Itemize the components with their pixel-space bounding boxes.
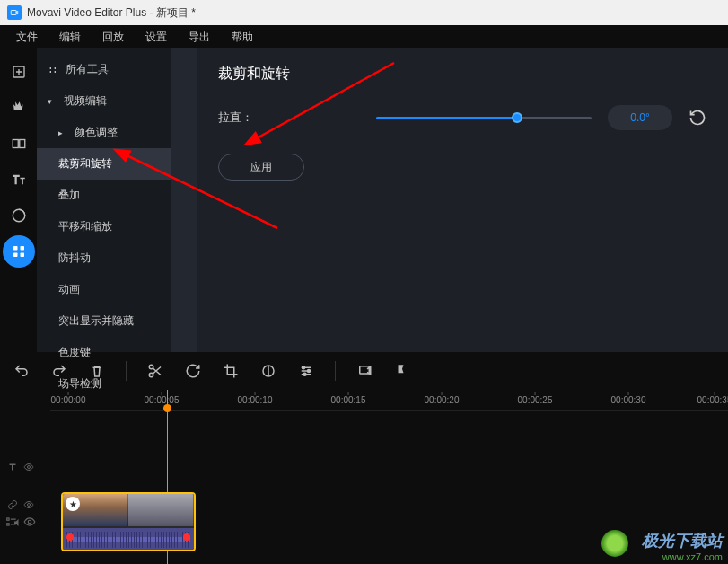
- timeline-view-controls: [5, 516, 36, 528]
- svg-point-12: [149, 373, 153, 377]
- sidebar-item-pan-zoom[interactable]: 平移和缩放: [37, 211, 171, 242]
- clip-properties-icon[interactable]: [297, 362, 315, 380]
- rail-transitions-icon[interactable]: [3, 128, 35, 160]
- menu-bar: 文件 编辑 回放 设置 导出 帮助: [0, 25, 728, 48]
- svg-rect-2: [13, 140, 18, 148]
- rail-more-tools-icon[interactable]: [3, 235, 35, 268]
- clip-thumbnails: [63, 494, 194, 526]
- svg-rect-0: [11, 11, 16, 15]
- menu-edit[interactable]: 编辑: [48, 26, 92, 48]
- text-track-icon: [7, 462, 18, 472]
- sidebar-label: 防抖动: [58, 251, 91, 266]
- sidebar-label: 突出显示并隐藏: [58, 313, 134, 329]
- svg-rect-20: [7, 518, 9, 520]
- rail-add-media-icon[interactable]: [3, 56, 35, 88]
- svg-rect-21: [7, 524, 9, 525]
- grid-icon: ∷: [48, 64, 58, 76]
- ruler-tick: 00:00:05: [145, 395, 180, 405]
- sidebar: ∷所有工具 ▾视频编辑 ▸颜色调整 裁剪和旋转 叠加 平移和缩放 防抖动 动画 …: [37, 48, 171, 352]
- clip-fade-in-handle[interactable]: [66, 533, 74, 541]
- svg-rect-5: [13, 246, 18, 251]
- timeline-ruler[interactable]: 00:00:00 00:00:05 00:00:10 00:00:15 00:0…: [50, 390, 728, 411]
- clip-fade-out-handle[interactable]: [183, 533, 190, 541]
- ruler-tick: 00:00:30: [611, 395, 646, 405]
- track-options-icon[interactable]: [5, 516, 18, 528]
- link-icon[interactable]: [7, 499, 18, 510]
- svg-point-22: [28, 520, 31, 524]
- main-area: ∷所有工具 ▾视频编辑 ▸颜色调整 裁剪和旋转 叠加 平移和缩放 防抖动 动画 …: [0, 48, 728, 352]
- timeline-left-gutter: [0, 390, 50, 564]
- svg-point-19: [28, 504, 31, 507]
- rail-filters-icon[interactable]: [3, 92, 35, 124]
- apply-button[interactable]: 应用: [218, 154, 304, 181]
- video-clip[interactable]: ★: [61, 492, 196, 551]
- sidebar-label: 颜色调整: [75, 125, 118, 140]
- menu-playback[interactable]: 回放: [92, 26, 135, 48]
- sidebar-label: 视频编辑: [64, 93, 107, 109]
- visibility-icon[interactable]: [23, 462, 34, 472]
- track-video-controls: [0, 496, 50, 514]
- menu-help[interactable]: 帮助: [221, 26, 264, 48]
- rail-titles-icon[interactable]: [3, 163, 35, 196]
- ruler-tick: 00:00:00: [51, 395, 86, 405]
- sidebar-label: 所有工具: [66, 62, 109, 77]
- svg-point-15: [308, 370, 311, 373]
- icon-rail: [0, 48, 37, 352]
- sidebar-item-crop-rotate[interactable]: 裁剪和旋转: [37, 148, 171, 180]
- angle-value-input[interactable]: 0.0°: [608, 105, 672, 130]
- sidebar-item-color-adjust[interactable]: ▸颜色调整: [37, 117, 171, 148]
- svg-rect-6: [20, 246, 24, 251]
- ruler-tick: 00:00:15: [331, 395, 366, 405]
- chevron-right-icon: ▸: [58, 128, 67, 137]
- redo-icon[interactable]: [50, 362, 68, 380]
- sidebar-item-video-editing[interactable]: ▾视频编辑: [37, 85, 171, 117]
- ruler-tick: 00:00:10: [238, 395, 273, 405]
- ruler-tick: 00:00:20: [425, 395, 460, 405]
- visibility-icon[interactable]: [23, 499, 34, 510]
- sidebar-label: 叠加: [58, 188, 80, 203]
- app-logo-icon: [7, 5, 22, 20]
- crop-icon[interactable]: [222, 362, 240, 380]
- track-text-controls: [0, 458, 50, 476]
- svg-rect-3: [19, 140, 24, 148]
- sidebar-item-highlight-conceal[interactable]: 突出显示并隐藏: [37, 305, 171, 337]
- visibility-icon[interactable]: [23, 516, 36, 528]
- delete-icon[interactable]: [88, 362, 106, 380]
- sidebar-item-animation[interactable]: 动画: [37, 274, 171, 305]
- straighten-slider[interactable]: [376, 110, 592, 125]
- rotate-icon[interactable]: [184, 362, 202, 380]
- rail-stickers-icon[interactable]: [3, 199, 35, 232]
- slider-thumb[interactable]: [512, 112, 522, 123]
- clip-effects-badge-icon[interactable]: ★: [66, 497, 80, 511]
- menu-file[interactable]: 文件: [5, 26, 48, 48]
- sidebar-label: 动画: [58, 282, 80, 297]
- straighten-row: 拉直： 0.0°: [218, 105, 706, 130]
- sidebar-item-overlay[interactable]: 叠加: [37, 180, 171, 211]
- menu-settings[interactable]: 设置: [135, 26, 178, 48]
- split-icon[interactable]: [146, 362, 164, 380]
- svg-point-11: [149, 365, 153, 369]
- undo-icon[interactable]: [13, 362, 31, 380]
- menu-export[interactable]: 导出: [178, 26, 221, 48]
- ruler-tick: 00:00:25: [518, 395, 553, 405]
- watermark-title: 极光下载站: [642, 530, 723, 551]
- panel-divider: [171, 48, 197, 352]
- crop-rotate-panel: 裁剪和旋转 拉直： 0.0° 应用: [197, 48, 728, 352]
- color-adjust-icon[interactable]: [259, 362, 277, 380]
- record-voiceover-icon[interactable]: [355, 362, 373, 380]
- marker-icon[interactable]: [393, 362, 411, 380]
- separator: [335, 361, 336, 381]
- svg-point-16: [303, 373, 306, 375]
- svg-rect-7: [13, 253, 18, 258]
- separator: [126, 361, 127, 381]
- clip-audio-waveform: [63, 528, 194, 551]
- watermark-url: www.xz7.com: [642, 551, 723, 562]
- watermark: 极光下载站 www.xz7.com: [642, 530, 723, 562]
- chevron-down-icon: ▾: [48, 97, 57, 106]
- sidebar-item-stabilize[interactable]: 防抖动: [37, 242, 171, 274]
- window-title: Movavi Video Editor Plus - 新项目 *: [27, 5, 196, 21]
- sidebar-item-all-tools[interactable]: ∷所有工具: [37, 54, 171, 85]
- reset-rotation-icon[interactable]: [689, 109, 706, 127]
- slider-fill: [376, 117, 516, 119]
- svg-point-18: [28, 466, 31, 469]
